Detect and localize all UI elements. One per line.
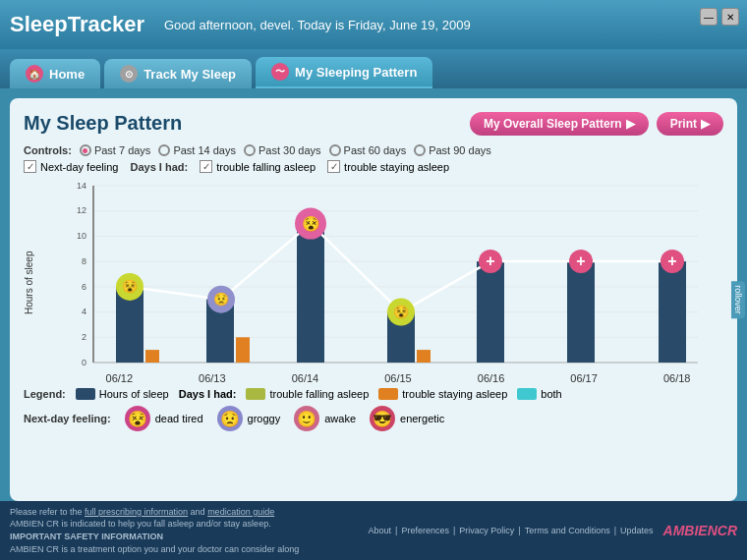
- chart-wrapper: Hours of sleep: [24, 181, 723, 384]
- greeting: Good afternoon, devel. Today is Friday, …: [164, 18, 471, 32]
- bottom-line2: AMBIEN CR is indicated to help you fall …: [10, 518, 369, 531]
- title-bar: SleepTracker Good afternoon, devel. Toda…: [0, 0, 747, 49]
- svg-text:10: 10: [77, 231, 86, 241]
- checkbox-staying-box: ✓: [327, 160, 340, 173]
- radio-dot-90days: [414, 144, 426, 156]
- face-plus-5: +: [576, 252, 585, 269]
- legend-label: Legend:: [24, 388, 66, 400]
- bottom-line4: AMBIEN CR is a treatment option you and …: [10, 543, 369, 556]
- svg-text:6: 6: [82, 282, 86, 292]
- x-label-6: 06/18: [663, 372, 691, 384]
- checkbox-falling-box: ✓: [200, 160, 212, 173]
- x-label-3: 06/15: [384, 372, 412, 384]
- svg-text:12: 12: [77, 205, 86, 215]
- bottom-bar: Please refer to the full prescribing inf…: [0, 501, 747, 560]
- legend-falling-label: trouble falling asleep: [269, 388, 369, 400]
- days-had-label: Days I had:: [131, 161, 189, 173]
- print-button[interactable]: Print ▶: [657, 112, 723, 136]
- face-emoji-2: 😵: [302, 215, 320, 233]
- checkboxes-row: ✓ Next-day feeling Days I had: ✓ trouble…: [24, 160, 723, 173]
- tab-track-label: Track My Sleep: [144, 67, 236, 82]
- x-labels: 06/12 06/13 06/14 06/15 06/16 06/17 06/1…: [43, 372, 723, 384]
- tab-track[interactable]: ⊙ Track My Sleep: [104, 59, 252, 88]
- rollover-tab[interactable]: rollover: [731, 281, 745, 318]
- feeling-awake-emoji: 🙂: [294, 406, 319, 431]
- legend-sleep-label: Hours of sleep: [99, 388, 169, 400]
- preferences-link[interactable]: Preferences: [401, 526, 449, 535]
- x-label-0: 06/12: [106, 372, 134, 384]
- feeling-dead-tired: 😵 dead tired: [125, 406, 203, 431]
- tab-pattern[interactable]: 〜 My Sleeping Pattern: [256, 57, 432, 88]
- face-emoji-0: 😵: [122, 278, 139, 295]
- main-content: My Sleep Pattern My Overall Sleep Patter…: [0, 88, 747, 511]
- checkbox-nextday-box: ✓: [24, 160, 36, 173]
- feeling-dead-tired-label: dead tired: [155, 413, 203, 424]
- checkbox-staying[interactable]: ✓ trouble staying asleep: [327, 160, 449, 173]
- radio-14days[interactable]: Past 14 days: [158, 144, 236, 156]
- bar-staying-0: [145, 350, 159, 363]
- checkbox-nextday[interactable]: ✓ Next-day feeling: [24, 160, 119, 173]
- bar-sleep-2: [297, 224, 324, 363]
- ambien-logo: AMBIENCR: [663, 523, 737, 538]
- radio-30days[interactable]: Past 30 days: [244, 144, 321, 156]
- terms-link[interactable]: Terms and Conditions: [525, 526, 610, 535]
- checkbox-falling[interactable]: ✓ trouble falling asleep: [200, 160, 316, 173]
- feeling-groggy: 😟 groggy: [217, 406, 281, 431]
- bar-sleep-4: [477, 261, 504, 363]
- legend-staying-color: [378, 388, 398, 400]
- panel: My Sleep Pattern My Overall Sleep Patter…: [10, 98, 737, 501]
- privacy-link[interactable]: Privacy Policy: [459, 526, 514, 535]
- face-plus-4: +: [486, 252, 494, 269]
- face-plus-6: +: [667, 252, 676, 269]
- controls-row: Controls: Past 7 days Past 14 days Past …: [24, 144, 723, 156]
- y-axis-label: Hours of sleep: [24, 181, 43, 384]
- radio-dot-60days: [329, 144, 341, 156]
- prescribing-link[interactable]: full prescribing information: [85, 507, 188, 517]
- feeling-label: Next-day feeling:: [24, 413, 111, 424]
- legend-staying: trouble staying asleep: [378, 388, 507, 400]
- x-label-1: 06/13: [199, 372, 226, 384]
- feeling-row: Next-day feeling: 😵 dead tired 😟 groggy …: [24, 406, 723, 431]
- svg-text:0: 0: [82, 358, 86, 367]
- controls-label: Controls:: [24, 144, 72, 156]
- feeling-energetic-emoji: 😎: [370, 406, 395, 431]
- overall-pattern-button[interactable]: My Overall Sleep Pattern ▶: [470, 112, 649, 136]
- legend-both-label: both: [541, 388, 561, 400]
- med-guide-link[interactable]: medication guide: [207, 507, 274, 517]
- legend-row: Legend: Hours of sleep Days I had: troub…: [24, 388, 723, 400]
- chart-svg: 0 2 4 6 8 10 12 14: [43, 181, 723, 372]
- tab-home[interactable]: 🏠 Home: [10, 59, 100, 88]
- bar-staying-3: [417, 350, 431, 363]
- face-emoji-3: 😵: [393, 304, 410, 320]
- radio-dot-30days: [244, 144, 256, 156]
- feeling-awake: 🙂 awake: [294, 406, 356, 431]
- tabs-bar: 🏠 Home ⊙ Track My Sleep 〜 My Sleeping Pa…: [0, 49, 747, 88]
- bottom-links: About | Preferences | Privacy Policy | T…: [369, 526, 654, 535]
- feeling-energetic: 😎 energetic: [370, 406, 444, 431]
- feeling-dead-tired-emoji: 😵: [125, 406, 150, 431]
- x-label-4: 06/16: [478, 372, 505, 384]
- about-link[interactable]: About: [369, 526, 392, 535]
- bottom-line1: Please refer to the full prescribing inf…: [10, 506, 369, 519]
- radio-90days[interactable]: Past 90 days: [414, 144, 491, 156]
- radio-7days[interactable]: Past 7 days: [80, 144, 150, 156]
- legend-both-color: [517, 388, 537, 400]
- radio-60days[interactable]: Past 60 days: [329, 144, 407, 156]
- bottom-left: Please refer to the full prescribing inf…: [10, 506, 369, 555]
- x-label-5: 06/17: [570, 372, 598, 384]
- legend-sleep-color: [76, 388, 95, 400]
- bottom-line3: IMPORTANT SAFETY INFORMATION: [10, 531, 369, 543]
- legend-falling-color: [246, 388, 265, 400]
- pattern-icon: 〜: [271, 63, 289, 81]
- top-buttons: My Overall Sleep Pattern ▶ Print ▶: [470, 112, 723, 136]
- window-controls: — ✕: [700, 8, 739, 26]
- face-emoji-1: 😟: [213, 291, 230, 308]
- home-icon: 🏠: [26, 65, 43, 83]
- minimize-button[interactable]: —: [700, 8, 718, 26]
- updates-link[interactable]: Updates: [620, 526, 654, 535]
- bar-sleep-5: [567, 261, 595, 363]
- feeling-groggy-emoji: 😟: [217, 406, 243, 431]
- x-label-2: 06/14: [292, 372, 319, 384]
- close-button[interactable]: ✕: [721, 8, 739, 26]
- legend-sleep: Hours of sleep: [76, 388, 169, 400]
